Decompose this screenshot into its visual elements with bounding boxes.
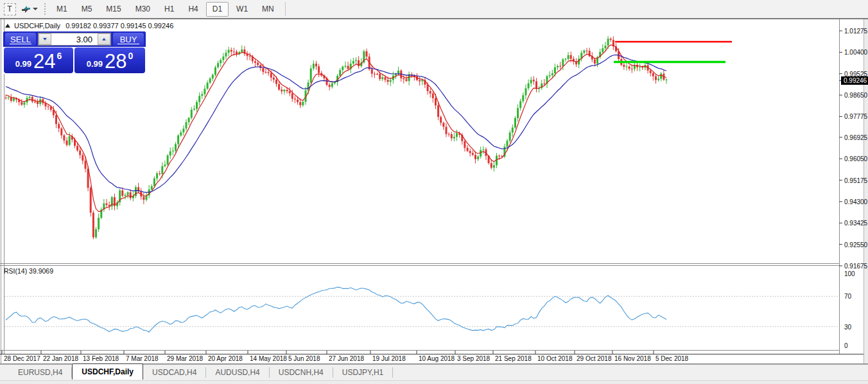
collapse-panel-icon[interactable] — [5, 24, 10, 28]
price-axis-label: 0.95175 — [844, 177, 867, 184]
date-axis-label: 13 Feb 2018 — [83, 355, 119, 362]
date-axis-label: 29 Mar 2018 — [167, 355, 203, 362]
chart-tab-bar: EURUSD,H4USDCHF,DailyUSDCAD,H4AUDUSD,H4U… — [0, 364, 868, 380]
spinner-down-icon — [43, 38, 47, 40]
buy-underline — [117, 44, 139, 44]
rsi-axis-label: 30 — [844, 324, 867, 331]
price-axis-label: 0.94300 — [844, 198, 867, 205]
chart-title-bar: USDCHF,Daily 0.99182 0.99377 0.99145 0.9… — [5, 21, 173, 30]
date-axis-label: 19 Jul 2018 — [372, 355, 406, 362]
volume-value[interactable]: 3.00 — [51, 35, 98, 44]
sell-price-big: 0.99 — [15, 59, 31, 69]
date-axis-label: 22 Jan 2018 — [43, 355, 78, 362]
date-axis-label: 14 May 2018 — [250, 355, 287, 362]
price-axis-label: 0.96925 — [844, 134, 867, 141]
volume-spinner[interactable]: 3.00 — [38, 33, 111, 46]
date-axis-label: 28 Dec 2017 — [4, 355, 40, 362]
price-axis-label: 0.91675 — [844, 263, 867, 270]
date-axis-label: 21 Sep 2018 — [495, 355, 532, 362]
price-axis-label: 0.93425 — [844, 220, 867, 227]
date-axis-label: 10 Aug 2018 — [419, 355, 455, 362]
price-axis-label: 1.01275 — [844, 28, 867, 35]
buy-button[interactable]: BUY — [113, 33, 144, 46]
price-axis-label: 0.96050 — [844, 155, 867, 162]
buy-price-pips: 28 — [105, 51, 126, 71]
chart-ohlc-values: 0.99182 0.99377 0.99145 0.99246 — [65, 22, 173, 30]
buy-button-label: BUY — [120, 35, 137, 44]
rsi-line — [6, 287, 666, 332]
rsi-axis-label: 100 — [844, 270, 867, 277]
volume-increase-button[interactable] — [98, 33, 110, 45]
chart-tab-usdchf-daily[interactable]: USDCHF,Daily — [72, 363, 143, 380]
chart-tab-usdcad-h4[interactable]: USDCAD,H4 — [143, 367, 206, 378]
date-axis-label: 10 Oct 2018 — [537, 355, 572, 362]
buy-price-point: 0 — [128, 51, 134, 61]
one-click-trading-panel: SELL 3.00 BUY 0.99 24 6 — [3, 31, 146, 74]
buy-price-box[interactable]: 0.99 28 0 — [74, 48, 145, 73]
date-axis-label: 16 Nov 2018 — [614, 355, 651, 362]
rsi-axis-label: 0 — [844, 342, 867, 349]
trading-platform-window: T M1M5M15M30H1H4D1W1MN USDCHF,Daily 0.99… — [0, 0, 868, 384]
sell-price-box[interactable]: 0.99 24 6 — [4, 48, 73, 73]
sell-price-point: 6 — [57, 51, 62, 61]
date-axis-label: 7 Mar 2018 — [126, 355, 159, 362]
price-axis-label: 1.00400 — [844, 49, 867, 56]
price-axis-label: 0.98650 — [844, 92, 867, 99]
chart-tab-audusd-h4[interactable]: AUDUSD,H4 — [206, 367, 269, 378]
price-axis-label: 0.92550 — [844, 241, 867, 249]
status-strip — [0, 380, 868, 384]
sell-price-pips: 24 — [33, 51, 55, 71]
buy-price-big: 0.99 — [87, 59, 103, 69]
price-axis-label: 0.97775 — [844, 113, 867, 120]
chart-tab-usdcnh-h4[interactable]: USDCNH,H4 — [270, 367, 333, 378]
sell-button[interactable]: SELL — [5, 33, 36, 46]
chart-symbol-title: USDCHF,Daily — [14, 22, 60, 30]
sell-button-label: SELL — [10, 35, 31, 44]
trade-panel-price-row: 0.99 24 6 0.99 28 0 — [3, 47, 146, 74]
chart-tab-usdjpy-h1[interactable]: USDJPY,H1 — [333, 367, 393, 378]
date-axis-label: 29 Oct 2018 — [577, 355, 611, 362]
date-axis-label: 20 Apr 2018 — [208, 355, 243, 362]
chart-tab-eurusd-h4[interactable]: EURUSD,H4 — [9, 367, 72, 378]
date-axis-label: 5 Dec 2018 — [655, 355, 688, 362]
rsi-indicator-label: RSI(14) 39.9069 — [4, 267, 53, 275]
spinner-up-icon — [102, 38, 106, 40]
date-axis-label: 27 Jun 2018 — [329, 355, 364, 362]
date-axis-label: 5 Jun 2018 — [288, 355, 320, 362]
trade-panel-top-row: SELL 3.00 BUY — [3, 31, 146, 47]
ma-slow-line — [6, 55, 666, 192]
volume-decrease-button[interactable] — [39, 33, 51, 45]
date-axis-label: 3 Sep 2018 — [457, 355, 490, 362]
rsi-axis-label: 70 — [844, 293, 867, 300]
sell-underline — [10, 44, 31, 44]
current-price-tag: 0.99246 — [841, 76, 868, 85]
